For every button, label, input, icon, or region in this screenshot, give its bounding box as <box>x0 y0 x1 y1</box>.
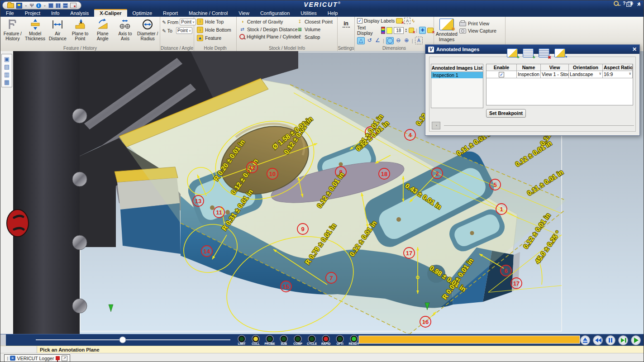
point-dim-icon[interactable]: ⊕ <box>403 37 410 44</box>
open-external-icon[interactable]: ↗ <box>62 356 67 361</box>
dialog-close-icon[interactable]: ✕ <box>632 46 637 52</box>
ribbon-button-plane-to-point[interactable]: Plane toPoint <box>69 18 91 41</box>
enable-checkbox-cell[interactable]: ✓ <box>487 71 517 78</box>
ribbon-button-diameter-radius[interactable]: Diameter /Radius <box>136 18 159 41</box>
eject-button[interactable] <box>581 336 590 345</box>
tab-configuration[interactable]: Configuration <box>255 10 295 17</box>
plane-angle-icon <box>91 19 114 30</box>
group-distance-angle: ✎ From Point∨ ✎ To Point∨ Distance / Ang… <box>160 17 194 51</box>
delete-row-icon[interactable] <box>539 48 549 57</box>
ribbon-button-feature-history[interactable]: Feature /History <box>1 18 24 41</box>
aspect-ratio-select[interactable]: 16:9∨ <box>603 71 633 78</box>
vise-logo <box>7 210 29 237</box>
tab-machine-control[interactable]: Machine / Control <box>183 10 233 17</box>
display-labels-checkbox[interactable]: ✓ <box>357 18 363 24</box>
pin-icon[interactable] <box>56 356 60 360</box>
annotated-images-button[interactable]: AnnotatedImages <box>434 17 459 42</box>
table-row[interactable]: ✓Inspection 1 V...View 1 - Stoc...Landsc… <box>487 71 633 78</box>
progress-slider-thumb[interactable] <box>119 337 126 343</box>
pause-button[interactable] <box>606 336 615 345</box>
project-tree-icon[interactable]: ▤ <box>4 64 10 70</box>
play-button[interactable] <box>631 336 641 345</box>
add-image-icon[interactable] <box>507 48 518 57</box>
report-icon[interactable]: ▥ <box>4 71 10 77</box>
search-icon[interactable] <box>614 1 619 6</box>
stock-design-icon: ⇄ <box>239 26 245 32</box>
pick-to-row[interactable]: ✎ To Point∨ <box>162 27 192 34</box>
enable-checkbox[interactable]: ✓ <box>499 72 504 77</box>
tab-optimize[interactable]: Optimize <box>127 10 157 17</box>
text-color-strip[interactable] <box>381 27 385 34</box>
add-dimension-icon[interactable]: ✚ <box>419 27 426 34</box>
svg-text:5: 5 <box>493 181 496 188</box>
export-view-icon[interactable]: ▦ <box>4 79 10 85</box>
tab-view[interactable]: View <box>233 10 255 17</box>
title-bar: ⌄ Ψ i ⌄ VERICUT® — ✕ <box>0 0 644 10</box>
group-label: Stock / Model Info <box>237 46 337 51</box>
ribbon-button-plane-angle[interactable]: PlaneAngle <box>91 18 114 41</box>
collapse-ribbon-icon[interactable]: ∧ <box>638 1 641 6</box>
save-image-icon[interactable] <box>554 48 565 57</box>
set-breakpoint-button[interactable]: Set Breakpoint <box>486 109 526 118</box>
ribbon-button-hole-top[interactable]: ↑Hole Top <box>197 19 236 25</box>
tab-help[interactable]: Help <box>322 10 343 17</box>
delete-dimension-icon[interactable] <box>427 28 434 33</box>
model-thickness-icon <box>24 19 47 30</box>
tab-utilities[interactable]: Utilities <box>295 10 322 17</box>
preview-icon[interactable]: ◔ <box>432 122 440 129</box>
text-color-swatch[interactable] <box>386 27 393 34</box>
font-size-input[interactable]: 18 <box>394 27 404 34</box>
arc-dim-icon[interactable]: ↺ <box>366 37 373 44</box>
ribbon-button-scallop[interactable]: 2Scallop <box>297 34 337 40</box>
step-button[interactable] <box>619 336 628 345</box>
tab-info[interactable]: Info <box>46 10 65 17</box>
ribbon-button-closest-point[interactable]: ↧Closest Point <box>297 19 337 24</box>
group-label: Dimensions <box>355 46 434 51</box>
ellipse-dim-icon[interactable]: ⊖ <box>395 37 402 44</box>
ribbon-button-stock-design-distance[interactable]: ⇄Stock / Design Distance <box>239 26 294 32</box>
help-icon[interactable]: ? <box>623 1 625 6</box>
ribbon-button-volume[interactable]: ▦Volume <box>297 26 337 32</box>
font-size-spinner[interactable]: ▲▼ <box>405 28 407 33</box>
tab-report[interactable]: Report <box>157 10 183 17</box>
ribbon-button-model-thickness[interactable]: ModelThickness <box>24 18 47 41</box>
ribbon-button-axis-to-axis[interactable]: Axis toAxis <box>114 18 137 41</box>
wand-icon[interactable]: ϟ <box>412 18 415 24</box>
rewind-button[interactable] <box>593 336 603 345</box>
svg-text:6: 6 <box>504 267 507 274</box>
tab-file[interactable]: File <box>0 10 19 17</box>
pick-from-row[interactable]: ✎ From Point∨ <box>162 19 192 25</box>
list-item[interactable]: Inspection 1 <box>431 72 483 78</box>
tab-project[interactable]: Project <box>19 10 46 17</box>
orientation-select[interactable]: Landscape∨ <box>569 71 603 78</box>
vericut-logger-button[interactable]: || ≡ VERICUT Logger ↗ <box>4 354 70 362</box>
label-box-icon[interactable]: A <box>415 37 423 44</box>
to-type-select[interactable]: Point∨ <box>176 27 192 34</box>
delete-labels-icon[interactable] <box>396 18 403 24</box>
auto-label-icon[interactable]: A <box>404 18 410 24</box>
view-cell[interactable]: View 1 - Stoc... <box>541 71 569 78</box>
annotated-images-dialog[interactable]: V Annotated Images ✕ Annotated Images Li… <box>425 44 640 136</box>
add-view-icon[interactable] <box>523 48 534 57</box>
ribbon-button-hole-bottom[interactable]: ↓Hole Bottom <box>197 27 236 33</box>
ribbon-button-highlight-plane-cylinder[interactable]: Highlight Plane / Cylinder <box>239 34 294 39</box>
angle-dim-icon[interactable]: ∠ <box>374 37 381 44</box>
tab-analysis[interactable]: Analysis <box>65 10 94 17</box>
label-settings-icon[interactable] <box>409 28 415 33</box>
svg-text:17: 17 <box>513 280 520 287</box>
name-cell[interactable]: Inspection 1 V... <box>517 71 541 78</box>
camera-icon <box>459 29 466 33</box>
ribbon-button-air-distance[interactable]: AirDistance <box>46 18 69 41</box>
linear-dim-icon[interactable]: △ <box>357 37 365 44</box>
windows-icon[interactable]: ▣ <box>4 56 10 62</box>
group-settings: in Settings <box>338 17 355 51</box>
tab-x-caliper[interactable]: X-Caliper <box>94 9 127 17</box>
view-capture-button[interactable]: View Capture <box>459 28 496 33</box>
from-type-select[interactable]: Point∨ <box>180 19 196 25</box>
ribbon-button-feature[interactable]: ▲Feature <box>197 35 236 41</box>
units-button[interactable]: in <box>343 20 350 28</box>
print-view-button[interactable]: Print View <box>459 20 496 26</box>
circle-dim-icon[interactable]: ◯ <box>386 37 394 44</box>
gear-icon[interactable]: ✳ <box>630 1 633 6</box>
ribbon-button-center-of-gravity[interactable]: ◑Center of Gravity <box>239 19 294 24</box>
